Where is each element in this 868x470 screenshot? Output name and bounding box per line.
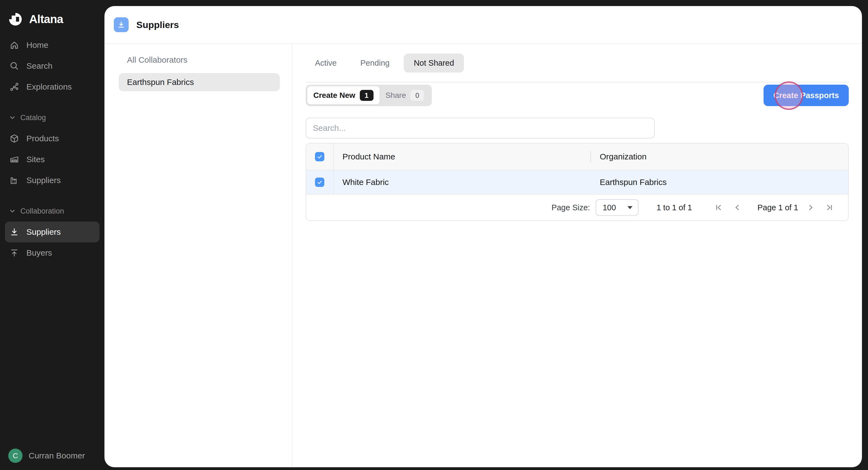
sidebar-item-label: Products <box>26 134 59 143</box>
sidebar: Altana Home Search Explorations <box>0 0 104 470</box>
user-name: Curran Boomer <box>29 451 85 460</box>
cell-organization: Earthspun Fabrics <box>591 170 848 194</box>
tab-pending[interactable]: Pending <box>351 54 399 72</box>
sidebar-item-products[interactable]: Products <box>0 128 104 149</box>
tabstrip: Active Pending Not Shared <box>306 44 849 83</box>
sidebar-item-explorations[interactable]: Explorations <box>0 76 104 97</box>
mode-segmented-control: Create New 1 Share 0 <box>306 85 432 106</box>
warehouse-icon <box>9 154 20 165</box>
sidebar-item-label: Sites <box>26 155 45 164</box>
previous-page-button[interactable] <box>733 203 742 212</box>
caret-down-icon <box>627 206 632 209</box>
sidebar-section-catalog[interactable]: Catalog <box>0 107 104 128</box>
sidebar-section-collaboration[interactable]: Collaboration <box>0 201 104 222</box>
table-row[interactable]: White Fabric Earthspun Fabrics <box>306 170 848 194</box>
chevron-down-icon <box>9 114 16 121</box>
tab-active[interactable]: Active <box>306 54 346 72</box>
upload-from-line-icon <box>9 247 20 258</box>
sidebar-item-sites[interactable]: Sites <box>0 149 104 170</box>
sidebar-item-label: Home <box>26 40 49 50</box>
suppliers-page-icon <box>114 17 129 32</box>
sidebar-item-search[interactable]: Search <box>0 56 104 76</box>
page-title: Suppliers <box>136 20 179 30</box>
avatar: C <box>8 448 23 463</box>
sidebar-item-suppliers-catalog[interactable]: Suppliers <box>0 170 104 191</box>
segment-label: Create New <box>313 91 355 100</box>
collaborator-item-earthspun-fabrics[interactable]: Earthspun Fabrics <box>119 73 280 91</box>
search-icon <box>9 60 20 71</box>
sidebar-item-label: Search <box>26 61 53 71</box>
page-size-select[interactable]: 100 <box>596 199 639 216</box>
column-header-product-name[interactable]: Product Name <box>334 144 591 170</box>
sidebar-section-label: Catalog <box>20 114 46 122</box>
sidebar-item-label: Explorations <box>26 82 72 92</box>
sidebar-section-label: Collaboration <box>20 207 64 216</box>
collaborator-item-all[interactable]: All Collaborators <box>119 50 280 70</box>
sidebar-item-home[interactable]: Home <box>0 35 104 56</box>
create-passports-button[interactable]: Create Passports <box>764 85 849 106</box>
user-menu[interactable]: C Curran Boomer <box>0 448 85 463</box>
segment-create-new[interactable]: Create New 1 <box>307 86 379 104</box>
altana-logo-icon <box>8 11 24 27</box>
app-window: Altana Home Search Explorations <box>0 0 868 470</box>
chevron-down-icon <box>9 208 16 215</box>
network-icon <box>9 81 20 92</box>
box-icon <box>9 133 20 144</box>
factory-icon <box>9 175 20 186</box>
table-pagination: Page Size: 100 1 to 1 of 1 Page 1 of 1 <box>306 194 848 220</box>
tab-label: Not Shared <box>414 59 454 67</box>
create-new-count-badge: 1 <box>360 90 374 101</box>
table-header-row: Product Name Organization <box>306 144 848 170</box>
next-page-button[interactable] <box>806 203 815 212</box>
page-indicator-text: Page 1 of 1 <box>757 203 798 212</box>
sidebar-nav: Home Search Explorations Catalog <box>0 31 104 263</box>
segment-share[interactable]: Share 0 <box>379 86 430 104</box>
first-page-button[interactable] <box>714 203 723 212</box>
tab-not-shared[interactable]: Not Shared <box>404 54 464 72</box>
sidebar-item-buyers[interactable]: Buyers <box>0 243 104 263</box>
products-table: Product Name Organization <box>306 143 849 221</box>
search-input[interactable] <box>313 123 648 133</box>
toolbar: Create New 1 Share 0 Create Passports <box>306 85 849 106</box>
logo: Altana <box>0 0 104 31</box>
sidebar-item-suppliers-collab[interactable]: Suppliers <box>5 222 99 243</box>
sidebar-item-label: Buyers <box>26 248 52 257</box>
row-range-text: 1 to 1 of 1 <box>657 203 692 212</box>
last-page-button[interactable] <box>825 203 834 212</box>
logo-wordmark: Altana <box>29 13 63 26</box>
share-count-badge: 0 <box>410 90 424 101</box>
tab-label: Active <box>315 59 337 67</box>
sidebar-item-label: Suppliers <box>26 176 61 185</box>
collaborator-label: All Collaborators <box>127 55 187 65</box>
search-box <box>306 118 655 138</box>
header-checkbox-cell <box>306 144 334 170</box>
select-all-checkbox[interactable] <box>315 152 324 161</box>
cell-product-name: White Fabric <box>334 170 591 194</box>
column-header-organization[interactable]: Organization <box>591 144 848 170</box>
tab-label: Pending <box>360 59 390 67</box>
sidebar-item-label: Suppliers <box>26 227 61 237</box>
collaborators-panel: All Collaborators Earthspun Fabrics <box>104 44 292 467</box>
page-header: Suppliers <box>104 6 862 44</box>
page-size-label: Page Size: <box>551 203 590 212</box>
row-checkbox-cell <box>306 170 334 194</box>
main-panel: Suppliers All Collaborators Earthspun Fa… <box>104 6 862 467</box>
page-size-value: 100 <box>603 203 616 212</box>
segment-label: Share <box>385 91 406 100</box>
home-icon <box>9 39 20 51</box>
collaborator-label: Earthspun Fabrics <box>127 77 194 87</box>
row-checkbox[interactable] <box>315 178 324 187</box>
download-to-line-icon <box>9 226 20 238</box>
content-area: Active Pending Not Shared Create New 1 S… <box>292 44 862 467</box>
